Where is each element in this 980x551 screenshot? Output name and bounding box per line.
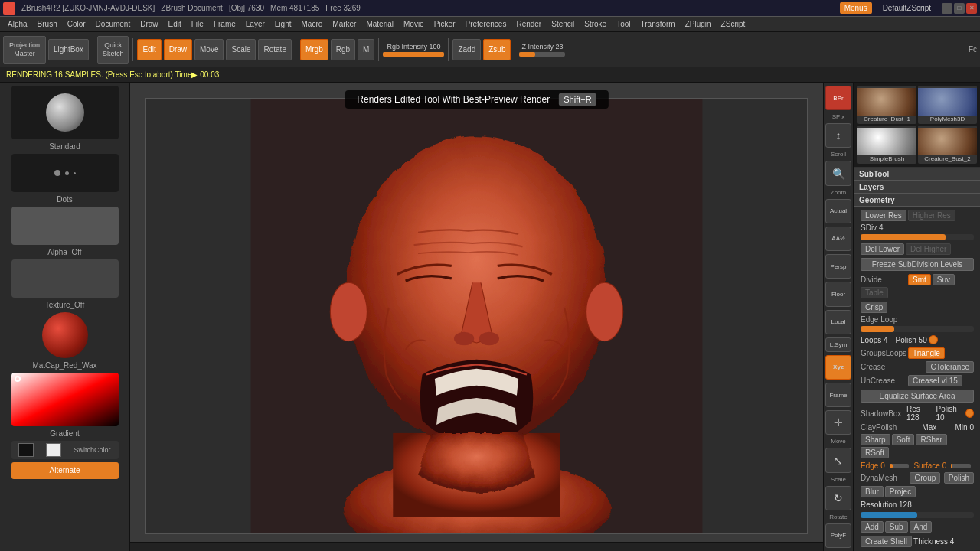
menu-item-stencil[interactable]: Stencil [547, 18, 579, 30]
sub-button[interactable]: Sub [885, 521, 908, 533]
rgb-intensity-slider[interactable] [383, 52, 444, 57]
draw-button[interactable]: Draw [164, 39, 192, 60]
del-lower-button[interactable]: Del Lower [861, 243, 904, 255]
group-button[interactable]: Group [910, 472, 940, 484]
menu-item-render[interactable]: Render [511, 18, 546, 30]
lsym-button[interactable]: L.Sym [825, 337, 851, 352]
add-button[interactable]: Add [861, 521, 884, 533]
menu-item-zscript[interactable]: ZScript [717, 18, 750, 30]
primary-color-swatch[interactable] [18, 443, 34, 457]
secondary-color-swatch[interactable] [46, 443, 61, 457]
rotate-button[interactable]: Rotate [258, 39, 291, 60]
resolution-slider-row[interactable] [858, 510, 977, 520]
quick-sketch-button[interactable]: QuickSketch [97, 36, 129, 64]
zadd-button[interactable]: Zadd [452, 39, 481, 60]
minimize-button[interactable]: − [942, 3, 952, 14]
ctolerance-button[interactable]: CTolerance [926, 361, 974, 373]
thumb-creature-bust-2[interactable]: Creature_Bust_2 [918, 126, 977, 164]
lightbox-button[interactable]: LightBox [48, 39, 89, 60]
equalize-button[interactable]: Equalize Surface Area [861, 390, 974, 403]
subtool-header[interactable]: SubTool [854, 168, 980, 181]
alpha-preview[interactable] [11, 207, 119, 245]
table-button[interactable]: Table [861, 287, 888, 298]
lower-res-button[interactable]: Lower Res [861, 210, 906, 221]
persp-button[interactable]: Persp [825, 254, 851, 279]
polish-50-circle[interactable] [929, 335, 938, 344]
menu-item-transform[interactable]: Transform [636, 18, 680, 30]
xyz-button[interactable]: Xyz [825, 355, 851, 380]
freeze-subdivision-button[interactable]: Freeze SubDivision Levels [861, 258, 974, 271]
edge-loop-slider-row[interactable] [858, 324, 977, 334]
rsoft-button[interactable]: RSoft [861, 447, 889, 458]
brush-dots-preview[interactable] [11, 154, 119, 192]
menu-item-material[interactable]: Material [361, 18, 398, 30]
menu-item-color[interactable]: Color [63, 18, 90, 30]
menus-menu[interactable]: Menus [840, 2, 872, 14]
scroll-button[interactable]: ↕ [825, 123, 851, 148]
triangle-button[interactable]: Triangle [908, 347, 945, 359]
scale-icon-button[interactable]: ⤡ [825, 448, 851, 472]
polyf-button[interactable]: PolyF [825, 523, 851, 548]
surface-slider[interactable] [951, 464, 971, 468]
polish-group-button[interactable]: Polish [944, 472, 974, 484]
del-higher-button[interactable]: Del Higher [906, 243, 951, 255]
create-shell-button[interactable]: Create Shell [861, 536, 912, 547]
local-button[interactable]: Local [825, 310, 851, 334]
suv-button[interactable]: Suv [933, 274, 955, 285]
menu-item-tool[interactable]: Tool [612, 18, 635, 30]
move-icon-button[interactable]: ✛ [825, 410, 851, 435]
menu-item-stroke[interactable]: Stroke [580, 18, 611, 30]
z-intensity-slider[interactable] [519, 52, 565, 57]
close-button[interactable]: ✕ [966, 3, 977, 14]
rshar-button[interactable]: RShar [916, 434, 946, 445]
sharp-button[interactable]: Sharp [861, 434, 890, 445]
maximize-button[interactable]: □ [954, 3, 965, 14]
texture-preview[interactable] [11, 259, 119, 298]
rotate-icon-button[interactable]: ↻ [825, 486, 851, 510]
edge-slider[interactable] [890, 464, 910, 468]
menu-item-layer[interactable]: Layer [241, 18, 270, 30]
actual-button[interactable]: Actual [825, 199, 851, 223]
menu-item-file[interactable]: File [187, 18, 208, 30]
edit-button[interactable]: Edit [137, 39, 161, 60]
canvas-inner[interactable] [145, 98, 808, 534]
mrgb-button[interactable]: Mrgb [300, 39, 328, 60]
menu-item-movie[interactable]: Movie [399, 18, 429, 30]
zoom-button[interactable]: 🔍 [825, 161, 851, 185]
creaselvl-button[interactable]: CreaseLvl 15 [908, 375, 962, 386]
canvas[interactable]: Renders Edited Tool With Best-Preview Re… [130, 83, 823, 542]
frame-button[interactable]: Frame [825, 383, 851, 407]
menu-item-alpha[interactable]: Alpha [3, 18, 32, 30]
menu-item-document[interactable]: Document [91, 18, 136, 30]
sdiv-slider-row[interactable] [858, 233, 977, 242]
menu-item-zplugin[interactable]: ZPlugin [681, 18, 716, 30]
brush-preview[interactable] [11, 86, 119, 139]
alternate-button[interactable]: Alternate [11, 462, 119, 479]
blur-button[interactable]: Blur [861, 486, 884, 497]
soft-button[interactable]: Soft [892, 434, 915, 445]
resolution-slider[interactable] [861, 512, 974, 518]
polish-10-circle[interactable] [965, 409, 974, 418]
floor-button[interactable]: Floor [825, 282, 851, 306]
thumb-polymesh3d[interactable]: PolyMesh3D [918, 86, 977, 124]
menu-item-frame[interactable]: Frame [209, 18, 240, 30]
menu-item-preferences[interactable]: Preferences [460, 18, 511, 30]
move-button[interactable]: Move [194, 39, 224, 60]
layers-header[interactable]: Layers [854, 181, 980, 194]
menu-item-draw[interactable]: Draw [136, 18, 162, 30]
crisp-button[interactable]: Crisp [861, 302, 887, 313]
thumb-creature-dust-1[interactable]: Creature_Dust_1 [858, 86, 916, 124]
aahalf-button[interactable]: AA½ [825, 227, 851, 251]
default-script-menu[interactable]: DefaultZScript [878, 2, 936, 14]
bpr-button[interactable]: BPr [825, 86, 851, 110]
geometry-header[interactable]: Geometry [854, 194, 980, 207]
menu-item-marker[interactable]: Marker [328, 18, 361, 30]
canvas-scrollbar[interactable] [130, 542, 823, 551]
higher-res-button[interactable]: Higher Res [908, 210, 956, 221]
material-ball[interactable] [42, 312, 88, 358]
sdiv-slider[interactable] [861, 234, 974, 240]
menu-item-edit[interactable]: Edit [164, 18, 186, 30]
rgb-button[interactable]: Rgb [331, 39, 355, 60]
menu-item-macro[interactable]: Macro [297, 18, 328, 30]
thumb-simple-brush[interactable]: SimpleBrush [858, 126, 916, 164]
